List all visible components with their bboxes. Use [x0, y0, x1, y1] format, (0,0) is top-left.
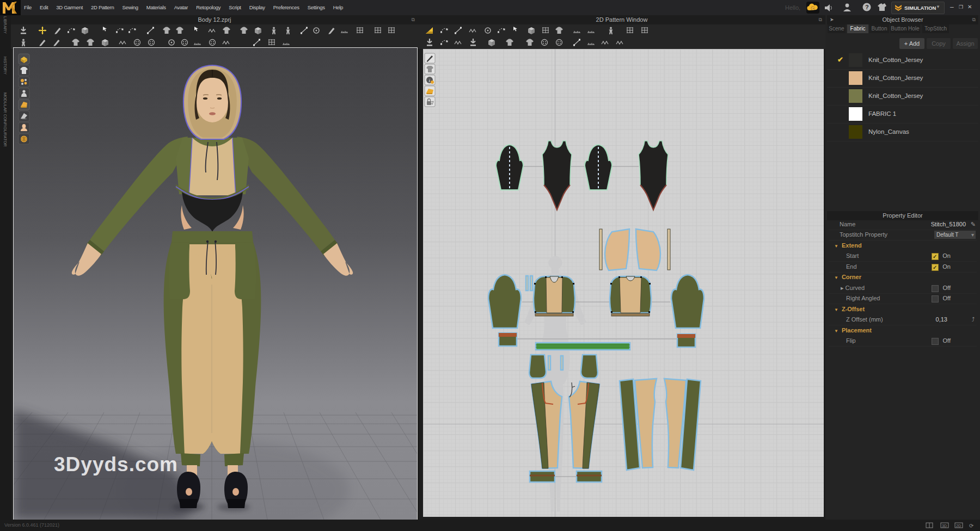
- svg-text:✦: ✦: [883, 3, 887, 8]
- svg-text:?: ?: [865, 4, 869, 10]
- svg-text:C: C: [812, 6, 815, 11]
- svg-text:2D: 2D: [956, 524, 961, 528]
- svg-text:3D: 3D: [942, 524, 947, 528]
- svg-text:⟳: ⟳: [969, 523, 974, 529]
